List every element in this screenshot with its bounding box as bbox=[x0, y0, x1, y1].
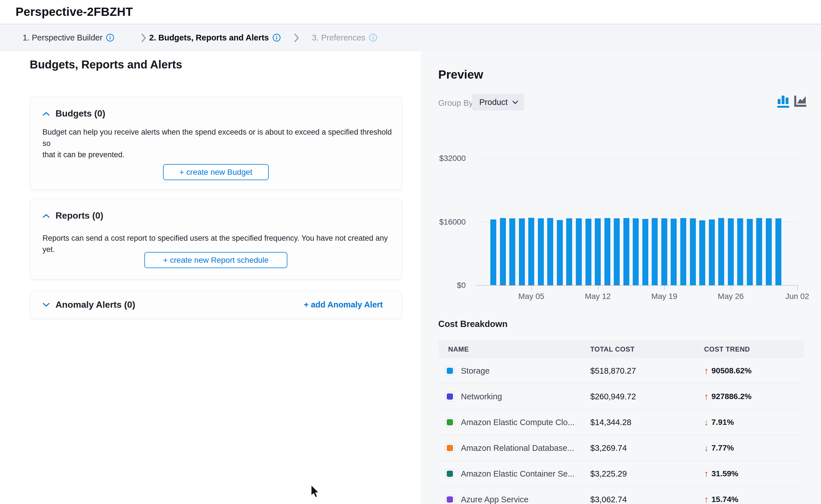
anomaly-alerts-card: Anomaly Alerts (0) + add Anomaly Alert bbox=[30, 291, 402, 318]
column-header-total-cost: TOTAL COST bbox=[590, 345, 704, 353]
chevron-down-icon bbox=[512, 100, 518, 104]
bar-segment[interactable] bbox=[528, 218, 534, 285]
chevron-up-icon bbox=[42, 111, 50, 116]
tab-budgets-reports-alerts[interactable]: 2. Budgets, Reports and Alerts bbox=[149, 24, 281, 51]
page-title: Perspective-2FBZHT bbox=[16, 5, 133, 19]
bar-segment[interactable] bbox=[737, 218, 743, 285]
bar-segment[interactable] bbox=[509, 218, 515, 285]
preview-stacked-bar-chart: $32000$16000$0May 05May 12May 19May 26Ju… bbox=[436, 152, 817, 310]
table-row[interactable]: Storage$518,870.27↑90508.62% bbox=[438, 358, 804, 384]
x-axis-tick bbox=[531, 286, 532, 290]
row-name: Amazon Relational Database... bbox=[461, 443, 574, 453]
bar-segment[interactable] bbox=[500, 218, 506, 285]
reports-card: Reports (0) Reports can send a cost repo… bbox=[30, 199, 402, 279]
bar-segment[interactable] bbox=[671, 219, 677, 285]
table-row[interactable]: Amazon Elastic Compute Clo...$14,344.28↓… bbox=[438, 410, 804, 435]
budgets-card-title: Budgets (0) bbox=[55, 108, 105, 119]
trend-value: 7.91% bbox=[712, 418, 734, 427]
row-cost-trend: ↑927886.2% bbox=[704, 391, 804, 402]
y-axis-tick-label: $32000 bbox=[436, 154, 466, 163]
bar-segment[interactable] bbox=[680, 218, 686, 285]
chart-type-switcher bbox=[777, 94, 807, 109]
reports-card-header[interactable]: Reports (0) bbox=[42, 210, 103, 221]
y-axis-tick-label: $0 bbox=[436, 281, 466, 290]
bar-segment[interactable] bbox=[595, 218, 601, 285]
bar-segment[interactable] bbox=[585, 219, 591, 285]
bar-segment[interactable] bbox=[718, 218, 724, 285]
trend-up-arrow-icon: ↑ bbox=[704, 469, 709, 479]
row-total-cost: $260,949.72 bbox=[590, 392, 704, 401]
row-name: Amazon Elastic Container Se... bbox=[461, 469, 574, 479]
table-row[interactable]: Azure App Service$3,062.74↑15.74% bbox=[438, 487, 804, 504]
chevron-right-icon bbox=[293, 33, 300, 43]
create-budget-button[interactable]: + create new Budget bbox=[163, 164, 269, 180]
series-color-swatch bbox=[445, 443, 455, 453]
bar-segment[interactable] bbox=[709, 219, 715, 285]
chevron-right-icon bbox=[140, 33, 147, 43]
series-color-swatch bbox=[445, 469, 455, 479]
add-anomaly-alert-link[interactable]: + add Anomaly Alert bbox=[304, 291, 383, 318]
bar-segment[interactable] bbox=[728, 218, 734, 285]
row-cost-trend: ↓7.91% bbox=[704, 417, 804, 428]
create-report-schedule-button[interactable]: + create new Report schedule bbox=[144, 252, 287, 268]
budgets-card-header[interactable]: Budgets (0) bbox=[42, 108, 105, 119]
x-axis-tick-label: May 12 bbox=[575, 292, 621, 301]
area-chart-icon[interactable] bbox=[794, 94, 807, 109]
trend-value: 15.74% bbox=[712, 495, 738, 504]
bar-segment[interactable] bbox=[566, 218, 572, 285]
bar-segment[interactable] bbox=[604, 218, 610, 285]
bar-segment[interactable] bbox=[652, 218, 658, 285]
tab-preferences[interactable]: 3. Preferences bbox=[312, 24, 377, 51]
wizard-tab-bar: 1. Perspective Builder 2. Budgets, Repor… bbox=[0, 24, 821, 51]
x-axis-tick bbox=[598, 286, 598, 290]
bar-segment[interactable] bbox=[661, 218, 667, 285]
budgets-description: Budget can help you receive alerts when … bbox=[42, 126, 401, 160]
bar-segment[interactable] bbox=[557, 220, 563, 285]
group-by-value: Product bbox=[479, 98, 508, 107]
row-total-cost: $3,225.29 bbox=[590, 469, 704, 479]
row-name-cell: Amazon Elastic Compute Clo... bbox=[438, 417, 590, 427]
table-row[interactable]: Amazon Elastic Container Se...$3,225.29↑… bbox=[438, 461, 804, 487]
x-axis-tick-label: May 26 bbox=[708, 292, 753, 301]
bar-segment[interactable] bbox=[519, 218, 525, 285]
bar-segment[interactable] bbox=[766, 218, 772, 285]
bar-chart-icon[interactable] bbox=[777, 94, 790, 109]
row-name-cell: Networking bbox=[438, 392, 590, 401]
row-name-cell: Amazon Relational Database... bbox=[438, 443, 590, 453]
preview-title: Preview bbox=[438, 68, 483, 81]
bar-segment[interactable] bbox=[747, 219, 753, 285]
row-name-cell: Amazon Elastic Container Se... bbox=[438, 469, 590, 479]
group-by-select[interactable]: Product bbox=[472, 94, 524, 111]
bar-segment[interactable] bbox=[775, 218, 781, 285]
bar-segment[interactable] bbox=[614, 218, 620, 285]
bar-segment[interactable] bbox=[576, 218, 582, 285]
row-name-cell: Azure App Service bbox=[438, 495, 590, 504]
anomaly-card-header[interactable]: Anomaly Alerts (0) bbox=[42, 291, 135, 318]
table-row[interactable]: Amazon Relational Database...$3,269.74↓7… bbox=[438, 435, 804, 461]
row-cost-trend: ↑90508.62% bbox=[704, 366, 804, 376]
trend-down-arrow-icon: ↓ bbox=[704, 417, 709, 428]
tab-perspective-builder[interactable]: 1. Perspective Builder bbox=[23, 24, 114, 51]
series-color-swatch bbox=[445, 366, 455, 376]
x-axis-tick bbox=[797, 286, 798, 290]
bar-segment[interactable] bbox=[547, 218, 553, 285]
series-color-swatch bbox=[445, 392, 455, 401]
row-name-cell: Storage bbox=[438, 366, 590, 376]
bar-segment[interactable] bbox=[690, 218, 696, 285]
bar-segment[interactable] bbox=[756, 218, 762, 285]
table-row[interactable]: Networking$260,949.72↑927886.2% bbox=[438, 384, 804, 410]
series-color-swatch bbox=[445, 417, 455, 427]
bar-segment[interactable] bbox=[624, 218, 629, 285]
bar-segment[interactable] bbox=[490, 219, 496, 285]
bar-segment[interactable] bbox=[643, 219, 648, 285]
bar-segment[interactable] bbox=[538, 218, 544, 285]
trend-value: 90508.62% bbox=[712, 366, 752, 375]
tab-label: 2. Budgets, Reports and Alerts bbox=[149, 33, 269, 42]
mouse-cursor bbox=[309, 484, 321, 499]
row-name: Azure App Service bbox=[461, 495, 528, 504]
bar-segment[interactable] bbox=[699, 220, 705, 285]
bar-segment[interactable] bbox=[633, 218, 639, 285]
row-total-cost: $3,269.74 bbox=[590, 443, 704, 453]
budgets-card: Budgets (0) Budget can help you receive … bbox=[30, 96, 402, 189]
row-name: Amazon Elastic Compute Clo... bbox=[461, 418, 574, 427]
